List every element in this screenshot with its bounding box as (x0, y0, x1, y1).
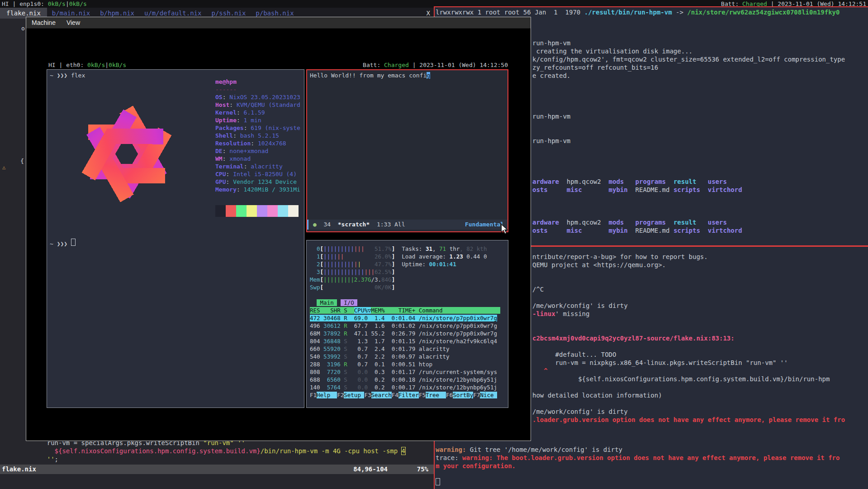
terminal-line: 0[|||||||||||| 51.7%] Tasks: 31, 71 thr,… (310, 245, 500, 253)
terminal-line (532, 399, 845, 408)
terminal-line (532, 129, 845, 137)
terminal-line (532, 202, 845, 210)
terminal-line (532, 153, 845, 161)
vm-htop-window[interactable]: 0[|||||||||||| 51.7%] Tasks: 31, 71 thr,… (306, 240, 508, 408)
terminal-line: Memory: 1420MiB / 3931Mi (215, 186, 300, 193)
terminal-line: 688 6560 S 0.0 0.2 0:00.18 /nix/store/12… (310, 376, 500, 384)
terminal-line: /me/work/config' is dirty (532, 302, 845, 310)
shell-prompt: ~ ❯❯❯ flex (50, 72, 85, 79)
vm-screen[interactable]: HI | eth0: 0kB/s|0kB/s Batt: Charged | 2… (47, 61, 510, 408)
terminal-line: GPU: Vendor 1234 Device (215, 178, 300, 186)
vim-edge-glyph: o (21, 25, 25, 32)
terminal-line: run-hpm-vm (532, 39, 845, 47)
terminal-line: Mem[|||||||||2.37G/3.84G] (310, 276, 500, 283)
terminal-line: Swp[ 0K/0K] (310, 283, 500, 291)
terminal-line: Host: KVM/QEMU (Standard (215, 101, 300, 109)
vm-emacs-window[interactable]: Hello World!! from my emacs config ● 34 … (306, 69, 508, 232)
terminal-line (532, 293, 845, 302)
terminal-line: osts misc mybin README.md scripts virtch… (532, 186, 845, 194)
terminal-line: ntribute/report-a-bug> for how to report… (532, 253, 845, 261)
terminal-line: 540 53992 S 0.7 2.2 0:00.97 alacritty (310, 353, 500, 360)
neofetch-info: me@hpm------OS: NixOS 23.05.20231023Host… (215, 78, 300, 193)
palette-swatch (278, 205, 288, 217)
terminal-line (532, 210, 845, 218)
palette-swatch (288, 205, 299, 217)
qemu-menubar[interactable]: MachineView (26, 17, 531, 29)
terminal-line: 288 3196 R 0.7 0.1 0:00.51 htop (310, 360, 500, 368)
terminal-line (532, 161, 845, 169)
terminal-line: QEMU project at <https://qemu.org>. (532, 261, 845, 269)
palette-swatch (226, 205, 236, 217)
terminal-line: how detailed location information) (532, 391, 845, 399)
terminal-line: m your configuration. (436, 462, 840, 470)
vm-battery-clock: Batt: Charged | 2023-11-01 (Wed) 14:12:5… (363, 61, 508, 69)
terminal-line (532, 194, 845, 202)
terminal-line: warning: Git tree '/home/me/work/config'… (436, 446, 840, 454)
terminal-line: run-hpm-vm (532, 112, 845, 120)
vim-edge-glyph: { (20, 158, 24, 164)
terminal-line: RES SHR S CPU%▽MEM% TIME+ Command (310, 307, 500, 314)
terminal-line: zy_refcounts=off refcount_bits=16 (532, 63, 845, 72)
terminal-line: Main I/O (310, 299, 500, 307)
terminal-line: CPU: Intel i5-8250U (4) (215, 170, 300, 178)
desktop: HI | enp1s0: 0kB/s|0kB/s Batt: Charged |… (0, 0, 868, 489)
terminal-line: ${self.nixosConfigurations.hpm.config.sy… (532, 375, 845, 383)
terminal-output-bottom: ntribute/report-a-bug> for how to report… (532, 253, 845, 424)
terminal-line: OS: NixOS 23.05.20231023 (215, 93, 300, 101)
terminal-line: 2[||||||||||| 47.7%] Uptime: 00:01:41 (310, 260, 500, 268)
terminal-line: ------ (215, 86, 300, 93)
vm-network-status: HI | eth0: 0kB/s|0kB/s (48, 61, 126, 69)
terminal-symlink-line: lrwxrwxrwx 1 root root 56 Jan 1 1970 ./r… (436, 8, 840, 16)
terminal-line: ''; (32, 455, 405, 463)
menu-item[interactable]: View (61, 19, 85, 26)
palette-swatch (215, 205, 226, 217)
terminal-line (532, 269, 845, 277)
terminal-line (532, 88, 845, 96)
terminal-line: Hello World!! from my emacs config (310, 72, 430, 79)
vim-statusline: flake.nix 84,96-104 75% (0, 465, 434, 474)
statusline-filename: flake.nix (2, 465, 36, 474)
terminal-line (436, 478, 840, 486)
terminal-line: -linux' missing (532, 310, 845, 318)
emacs-buffer-text[interactable]: Hello World!! from my emacs config (310, 72, 430, 79)
terminal-line (532, 342, 845, 350)
terminal-line: me@hpm (215, 78, 300, 86)
terminal-line: /^C (532, 285, 845, 293)
vim-buffer-text[interactable]: run-vm = specialArgs.pkgs.writeScriptBin… (32, 439, 405, 463)
terminal-line: ardware hpm.qcow2 mods programs result u… (532, 218, 845, 226)
terminal-line (532, 383, 845, 391)
palette-swatch (247, 205, 257, 217)
terminal-line (532, 326, 845, 334)
terminal-line (532, 120, 845, 129)
vm-terminal-neofetch[interactable]: ~ ❯❯❯ flex (47, 69, 304, 408)
palette-swatch (257, 205, 267, 217)
shell-prompt-cursor[interactable]: ~ ❯❯❯ (50, 239, 76, 247)
terminal-line: 496 30612 R 67.7 1.6 0:01.02 /nix/store/… (310, 322, 500, 330)
terminal-line (436, 470, 840, 478)
terminal-line: F1Help F2Setup F3SearchF4FilterF5Tree F6… (310, 391, 500, 399)
terminal-line: #default... TODO (532, 350, 845, 359)
terminal-line: /me/work/config' is dirty (532, 408, 845, 416)
terminal-line: DE: none+xmonad (215, 147, 300, 155)
terminal-line: 660 55920 S 0.7 2.4 0:01.79 alacritty (310, 345, 500, 353)
menu-item[interactable]: Machine (26, 19, 61, 26)
terminal-line: 140 5764 S 0.0 0.2 0:00.17 /nix/store/12… (310, 384, 500, 391)
terminal-line: Resolution: 1024x768 (215, 139, 300, 147)
terminal-line: Shell: bash 5.2.15 (215, 132, 300, 139)
terminal-line: 808 7720 S 0.0 0.3 0:01.17 /run/current-… (310, 368, 500, 376)
terminal-line (532, 318, 845, 326)
terminal-line: run-hpm-vm (532, 137, 845, 145)
terminal-line: ${self.nixosConfigurations.hpm.config.sy… (32, 447, 405, 455)
terminal-line: trace: warning: The boot.loader.grub.ver… (436, 454, 840, 462)
terminal-line: e created. (532, 72, 845, 80)
statusline-cursor-position: 84,96-104 (353, 465, 388, 474)
terminal-line: ardware hpm.qcow2 mods programs result u… (532, 177, 845, 186)
warning-icon: ⚠ (2, 164, 6, 171)
terminal-line: k/config/hpm.qcow2', fmt=qcow2 cluster_s… (532, 55, 845, 63)
terminal-line: c2bcsm4xmj0vd0capi9q2yc0yzl87-source/fla… (532, 334, 845, 342)
terminal-line: Kernel: 6.1.59 (215, 109, 300, 116)
htop-content[interactable]: 0[|||||||||||| 51.7%] Tasks: 31, 71 thr,… (310, 245, 500, 399)
terminal-line: ^ (532, 367, 845, 375)
palette-swatch (267, 205, 278, 217)
qemu-window[interactable]: MachineView HI | eth0: 0kB/s|0kB/s Batt:… (26, 17, 531, 441)
